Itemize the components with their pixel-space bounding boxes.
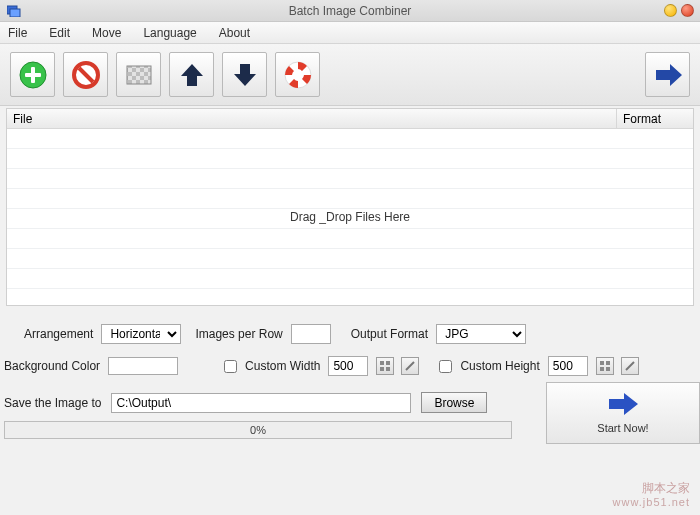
svg-rect-13	[380, 361, 384, 365]
column-format[interactable]: Format	[617, 109, 693, 128]
move-up-button[interactable]	[169, 52, 214, 97]
remove-button[interactable]	[63, 52, 108, 97]
custom-width-input[interactable]	[328, 356, 368, 376]
watermark: 脚本之家 www.jb51.net	[613, 481, 690, 509]
custom-width-label: Custom Width	[245, 359, 320, 373]
svg-rect-18	[600, 361, 604, 365]
svg-rect-19	[606, 361, 610, 365]
svg-rect-10	[127, 66, 151, 84]
close-button[interactable]	[681, 4, 694, 17]
svg-rect-20	[600, 367, 604, 371]
start-button[interactable]: Start Now!	[546, 382, 700, 444]
title-bar: Batch Image Combiner	[0, 0, 700, 22]
help-button[interactable]	[275, 52, 320, 97]
svg-rect-15	[380, 367, 384, 371]
svg-rect-4	[25, 73, 41, 77]
drop-hint: Drag _Drop Files Here	[290, 210, 410, 224]
menu-edit[interactable]: Edit	[49, 26, 70, 40]
menu-file[interactable]: File	[8, 26, 27, 40]
height-grid-icon[interactable]	[596, 357, 614, 375]
file-grid-body[interactable]: Drag _Drop Files Here	[7, 129, 693, 305]
svg-line-22	[626, 362, 634, 370]
custom-height-checkbox[interactable]	[439, 360, 452, 373]
output-format-select[interactable]: JPG	[436, 324, 526, 344]
transparency-button[interactable]	[116, 52, 161, 97]
window-title: Batch Image Combiner	[0, 4, 700, 18]
column-file[interactable]: File	[7, 109, 617, 128]
menu-about[interactable]: About	[219, 26, 250, 40]
svg-point-12	[293, 70, 303, 80]
custom-width-checkbox[interactable]	[224, 360, 237, 373]
svg-rect-21	[606, 367, 610, 371]
file-grid-header: File Format	[7, 109, 693, 129]
save-path-label: Save the Image to	[4, 396, 101, 410]
menu-bar: File Edit Move Language About	[0, 22, 700, 44]
move-down-button[interactable]	[222, 52, 267, 97]
arrangement-select[interactable]: Horizontal	[101, 324, 181, 344]
images-per-row-input[interactable]	[291, 324, 331, 344]
svg-rect-14	[386, 361, 390, 365]
width-grid-icon[interactable]	[376, 357, 394, 375]
custom-height-label: Custom Height	[460, 359, 539, 373]
output-format-label: Output Format	[351, 327, 428, 341]
height-diag-icon[interactable]	[621, 357, 639, 375]
menu-move[interactable]: Move	[92, 26, 121, 40]
images-per-row-label: Images per Row	[195, 327, 282, 341]
progress-bar: 0%	[4, 421, 512, 439]
add-button[interactable]	[10, 52, 55, 97]
menu-language[interactable]: Language	[143, 26, 196, 40]
progress-text: 0%	[5, 422, 511, 438]
width-diag-icon[interactable]	[401, 357, 419, 375]
browse-button[interactable]: Browse	[421, 392, 487, 413]
bg-color-swatch[interactable]	[108, 357, 178, 375]
next-button[interactable]	[645, 52, 690, 97]
svg-line-17	[406, 362, 414, 370]
file-grid[interactable]: File Format Drag _Drop Files Here	[6, 108, 694, 306]
bg-color-label: Background Color	[4, 359, 100, 373]
toolbar	[0, 44, 700, 106]
save-path-input[interactable]	[111, 393, 411, 413]
start-label: Start Now!	[597, 422, 648, 434]
arrangement-label: Arrangement	[24, 327, 93, 341]
svg-rect-16	[386, 367, 390, 371]
custom-height-input[interactable]	[548, 356, 588, 376]
minimize-button[interactable]	[664, 4, 677, 17]
